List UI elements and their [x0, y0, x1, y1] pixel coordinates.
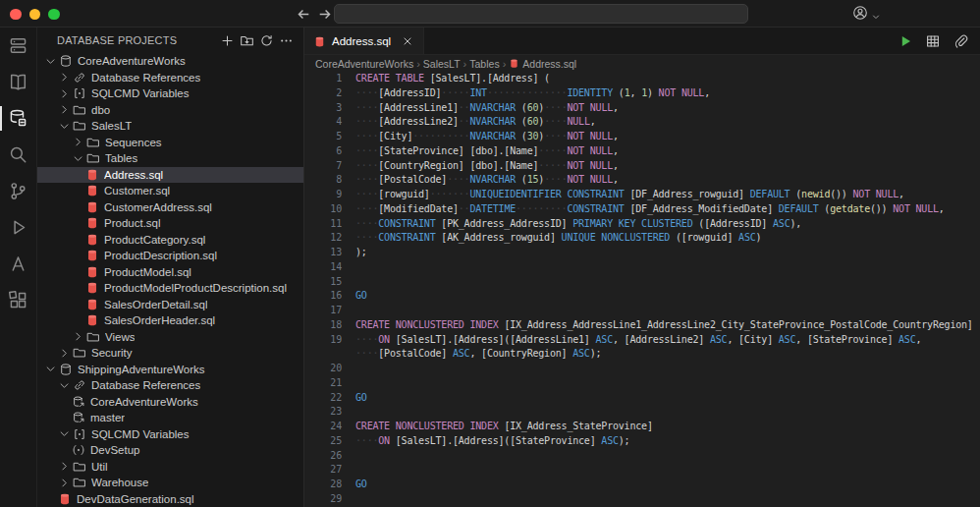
activity-item-connections[interactable]	[0, 28, 36, 64]
tree-item-saleslt[interactable]: SalesLT	[37, 118, 303, 135]
chevron-down-icon[interactable]	[57, 119, 72, 134]
tree-item-salesorderdetail-sql[interactable]: SalesOrderDetail.sql	[37, 297, 303, 313]
tree-item-sqlcmd-variables[interactable]: SQLCMD Variables	[37, 426, 303, 443]
tree-item-database-references[interactable]: Database References	[37, 377, 303, 394]
breadcrumb-item-saleslt[interactable]: SalesLT	[423, 58, 461, 70]
tab-address-sql[interactable]: Address.sql	[304, 28, 424, 54]
chevron-right-icon[interactable]	[57, 102, 72, 117]
code-line[interactable]: 27	[304, 463, 980, 478]
code-line[interactable]: 19····ON [SalesLT].[Address]([AddressLin…	[304, 333, 980, 348]
code-line[interactable]: 9····[rowguid]·······UNIQUEIDENTIFIER CO…	[304, 188, 980, 202]
code-line[interactable]: 29	[304, 492, 980, 507]
traffic-light-close[interactable]	[10, 9, 22, 21]
tree-item-devsetup[interactable]: DevSetup	[37, 442, 303, 459]
tree-item-views[interactable]: Views	[37, 329, 303, 346]
code-line[interactable]: 22GO	[304, 391, 980, 406]
activity-item-search[interactable]	[0, 137, 36, 173]
code-line[interactable]: 20	[304, 362, 980, 376]
tree-item-coreadventureworks[interactable]: CoreAdventureWorks	[37, 394, 303, 411]
code-line[interactable]: 11····CONSTRAINT [PK_Address_AddressID] …	[304, 217, 980, 232]
activity-item-database-projects[interactable]	[0, 100, 36, 137]
code-line[interactable]: 7····[CountryRegion] [dbo].[Name]·····NO…	[304, 159, 980, 174]
code-line[interactable]: 15	[304, 275, 980, 290]
chevron-down-icon[interactable]	[43, 362, 58, 376]
run-button[interactable]	[898, 33, 913, 49]
tree-item-sqlcmd-variables[interactable]: SQLCMD Variables	[37, 85, 303, 102]
code-line[interactable]: 8····[PostalCode]····NVARCHAR (15)····NO…	[304, 173, 980, 188]
account-menu[interactable]	[852, 5, 881, 21]
close-icon[interactable]	[401, 34, 414, 48]
code-line[interactable]: 12····CONSTRAINT [AK_Address_rowguid] UN…	[304, 231, 980, 246]
tree-item-shippingadventureworks[interactable]: ShippingAdventureWorks	[37, 362, 303, 378]
tree-item-warehouse[interactable]: Warehouse	[37, 475, 303, 491]
tree-item-productcategory-sql[interactable]: ProductCategory.sql	[37, 232, 303, 249]
tree-item-security[interactable]: Security	[37, 345, 303, 362]
tree-item-customer-sql[interactable]: Customer.sql	[37, 183, 303, 199]
code-line[interactable]: 13);	[304, 246, 980, 260]
code-line[interactable]: 14	[304, 260, 980, 275]
code-editor[interactable]: 1CREATE TABLE [SalesLT].[Address] (2····…	[304, 72, 980, 507]
code-line[interactable]: 28GO	[304, 478, 980, 492]
activity-item-notebooks[interactable]	[0, 64, 36, 100]
activity-item-source-control[interactable]	[0, 173, 36, 209]
tree-item-coreadventureworks[interactable]: CoreAdventureWorks	[37, 53, 303, 70]
chevron-right-icon[interactable]	[71, 135, 85, 149]
activity-item-extensions[interactable]	[0, 282, 36, 318]
tree-item-dbo[interactable]: dbo	[37, 102, 303, 119]
chevron-right-icon[interactable]	[57, 86, 72, 101]
chevron-right-icon[interactable]	[71, 329, 85, 344]
chevron-right-icon[interactable]	[57, 70, 72, 84]
tree-item-salesorderheader-sql[interactable]: SalesOrderHeader.sql	[37, 312, 303, 329]
code-line[interactable]: 4····[AddressLine2]··NVARCHAR (60)····NU…	[304, 115, 980, 130]
chevron-right-icon[interactable]	[57, 459, 72, 474]
code-line[interactable]: 1CREATE TABLE [SalesLT].[Address] (	[304, 72, 980, 86]
code-line[interactable]: 16GO	[304, 289, 980, 304]
tree-item-product-sql[interactable]: Product.sql	[37, 215, 303, 232]
code-line[interactable]: 5····[City]··········NVARCHAR (30)····NO…	[304, 130, 980, 144]
chevron-right-icon[interactable]	[57, 476, 72, 490]
code-line[interactable]: 26	[304, 449, 980, 464]
tree-item-address-sql[interactable]: Address.sql	[37, 167, 303, 184]
activity-item-azure[interactable]	[0, 246, 36, 282]
code-line[interactable]: 2····[AddressID]·····INT··············ID…	[304, 86, 980, 101]
tree-item-master[interactable]: master	[37, 410, 303, 426]
tree-item-productmodelproductdescription-sql[interactable]: ProductModelProductDescription.sql	[37, 280, 303, 297]
tree-item-productdescription-sql[interactable]: ProductDescription.sql	[37, 248, 303, 264]
tree-item-database-references[interactable]: Database References	[37, 70, 303, 86]
tree-item-tables[interactable]: Tables	[37, 150, 303, 167]
refresh-button[interactable]	[256, 30, 276, 50]
code-line[interactable]: ····[PostalCode] ASC, [CountryRegion] AS…	[304, 347, 980, 362]
traffic-light-zoom[interactable]	[48, 9, 60, 21]
tree-item-devdatageneration-sql[interactable]: DevDataGeneration.sql	[37, 491, 303, 507]
command-center-search[interactable]	[334, 4, 748, 24]
chevron-down-icon[interactable]	[57, 426, 72, 441]
more-actions-button[interactable]	[276, 30, 296, 50]
attach-button[interactable]	[953, 33, 968, 49]
code-line[interactable]: 6····[StateProvince] [dbo].[Name]·····NO…	[304, 144, 980, 159]
open-project-button[interactable]	[237, 30, 256, 50]
new-project-button[interactable]	[217, 30, 237, 50]
code-line[interactable]: 21	[304, 376, 980, 391]
tree-item-util[interactable]: Util	[37, 459, 303, 476]
code-line[interactable]: 24CREATE NONCLUSTERED INDEX [IX_Address_…	[304, 420, 980, 434]
chevron-right-icon[interactable]	[57, 346, 72, 361]
code-line[interactable]: 10····[ModifiedDate]··DATETIME·········C…	[304, 202, 980, 217]
nav-back-icon[interactable]	[296, 6, 312, 23]
results-grid-button[interactable]	[925, 33, 941, 49]
chevron-down-icon[interactable]	[57, 378, 72, 393]
chevron-down-icon[interactable]	[43, 54, 58, 69]
code-line[interactable]: 3····[AddressLine1]··NVARCHAR (60)····NO…	[304, 101, 980, 116]
breadcrumb-item-address-sql[interactable]: Address.sql	[509, 58, 576, 70]
tree-item-customeraddress-sql[interactable]: CustomerAddress.sql	[37, 199, 303, 216]
tree-item-sequences[interactable]: Sequences	[37, 135, 303, 151]
chevron-down-icon[interactable]	[71, 151, 85, 166]
activity-item-run-debug[interactable]	[0, 209, 36, 246]
code-line[interactable]: 18CREATE NONCLUSTERED INDEX [IX_Address_…	[304, 318, 980, 333]
breadcrumb-item-tables[interactable]: Tables	[469, 58, 499, 70]
code-line[interactable]: 17	[304, 304, 980, 318]
traffic-light-minimize[interactable]	[29, 9, 41, 21]
breadcrumb-item-coreadventureworks[interactable]: CoreAdventureWorks	[315, 58, 413, 70]
code-line[interactable]: 25····ON [SalesLT].[Address]([StateProvi…	[304, 434, 980, 449]
tree-item-productmodel-sql[interactable]: ProductModel.sql	[37, 264, 303, 281]
code-line[interactable]: 23	[304, 405, 980, 420]
